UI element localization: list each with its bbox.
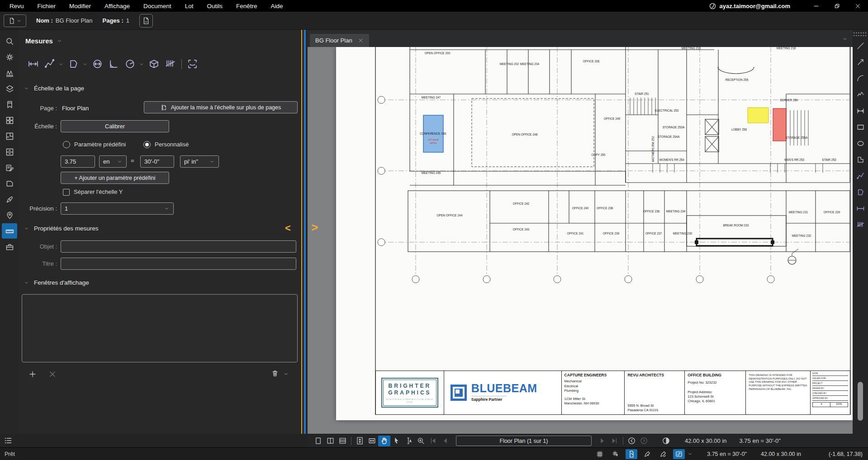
new-page-button[interactable] [139,14,153,28]
vertical-scrollbar-thumb[interactable] [858,382,863,421]
markup-tool-polygon[interactable] [854,154,866,165]
sidebar-tab-toolbox[interactable] [2,239,17,254]
scale-unit-2-select[interactable]: pi' in" [180,155,219,168]
apply-scale-pages-button[interactable]: Ajouter la mise à l'échelle sur plus de … [144,101,298,113]
custom-radio-label[interactable]: Personnalisé [155,141,189,148]
panel-splitter[interactable] [301,30,308,434]
page-navigation-field[interactable]: Floor Plan (1 sur 1) [456,436,592,446]
toolbar-drag-handle[interactable]: •••••••••••• [854,32,868,37]
restore-button[interactable] [826,0,847,12]
measure-tool-radius[interactable] [124,58,136,70]
document-tab[interactable]: BG Floor Plan [310,34,369,47]
separate-y-label[interactable]: Séparer l'échelle Y [74,188,123,195]
status-snap-hatch-button[interactable] [657,449,669,459]
menu-outils[interactable]: Outils [200,3,229,9]
fit-width-button[interactable] [366,436,378,446]
sidebar-tab-places[interactable] [2,207,17,223]
panel-title[interactable]: Mesures [25,37,62,45]
next-view-button[interactable] [638,436,650,446]
section-measurement-props[interactable]: Propriétés des mesures [24,225,99,232]
markup-tool-dimension[interactable] [854,105,866,117]
last-page-button[interactable] [608,436,621,446]
menu-revu[interactable]: Revu [3,3,31,9]
precision-select[interactable]: 1 [61,202,174,215]
markup-list-toggle-icon[interactable] [4,436,13,445]
markup-tool-measure-area[interactable] [854,186,866,198]
title-input[interactable] [61,258,296,270]
delete-button[interactable] [270,369,280,378]
measure-tool-angle[interactable] [108,58,120,70]
markup-tool-measure-length[interactable] [854,202,866,214]
sync-options-chevron[interactable] [687,451,693,457]
measure-tool-area[interactable] [67,58,80,70]
menu-document[interactable]: Document [137,3,178,9]
fit-page-button[interactable] [354,436,366,446]
scale-value-2-input[interactable]: 30'-0" [140,155,174,168]
measure-tool-diameter[interactable] [91,58,104,70]
scale-value-1-input[interactable]: 3.75 [61,155,95,168]
tab-list-chevron[interactable] [842,36,848,42]
sidebar-tab-settings[interactable] [2,49,17,65]
close-button[interactable] [847,0,868,12]
tab-close-icon[interactable] [358,38,364,43]
expand-panel-arrow[interactable]: > [311,221,318,233]
markup-tool-measure-polylength[interactable] [854,170,866,182]
contrast-button[interactable] [660,436,672,446]
sidebar-tab-bookmarks[interactable] [2,97,17,112]
status-snap-doc-button[interactable] [626,449,637,459]
calibrate-button[interactable]: Calibrer [61,120,169,132]
sidebar-tab-thumbnails[interactable] [2,65,17,80]
document-menu-button[interactable] [4,14,26,27]
add-viewport-button[interactable] [28,370,37,379]
split-horizontal-button[interactable] [337,436,349,446]
scale-unit-1-select[interactable]: en [99,155,127,168]
sidebar-tab-markup-summary[interactable] [2,160,17,175]
sidebar-tab-apps[interactable] [2,113,17,128]
menu-affichage[interactable]: Affichage [98,3,137,9]
status-grid-button[interactable] [594,449,606,459]
first-page-button[interactable] [427,436,439,446]
status-snap-grid-button[interactable] [610,449,621,459]
sidebar-tab-file-access[interactable] [2,144,17,160]
viewports-list[interactable] [22,294,298,362]
subject-input[interactable] [61,240,296,253]
single-page-view-button[interactable] [312,436,324,446]
collapse-panel-arrow[interactable]: < [285,223,291,233]
add-preset-button[interactable]: + Ajouter un paramètre prédéfini [61,172,169,184]
document-canvas[interactable]: 117 piedscarrés OPEN OFFICE 200MEETING 2… [308,47,853,434]
menu-modifier[interactable]: Modifier [62,3,98,9]
status-snap-markup-button[interactable] [641,449,653,459]
preset-radio[interactable] [63,141,70,148]
delete-options-chevron[interactable] [283,371,289,377]
section-page-scale[interactable]: Échelle de la page [24,85,84,92]
sidebar-tab-calibrate[interactable] [2,192,17,207]
separate-y-checkbox[interactable] [63,189,70,196]
menu-aide[interactable]: Aide [264,3,289,9]
select-tool-button[interactable] [390,436,403,446]
sidebar-tab-layers[interactable] [2,81,17,96]
measure-tool-viewport[interactable] [186,58,199,70]
markup-tool-arrow[interactable] [854,56,866,68]
chevron-down-icon[interactable] [58,61,64,67]
preset-radio-label[interactable]: Paramètre prédéfini [74,141,126,148]
menu-lot[interactable]: Lot [178,3,200,9]
pan-tool-button[interactable] [378,436,390,446]
sidebar-tab-spaces[interactable] [2,128,17,144]
split-vertical-button[interactable] [324,436,337,446]
markup-tool-arc[interactable] [854,72,866,84]
chevron-down-icon[interactable] [138,61,145,67]
status-sync-button[interactable] [673,449,685,459]
sidebar-tab-measure[interactable] [2,223,17,239]
section-viewports[interactable]: Fenêtres d'affichage [24,279,89,286]
markup-tool-line[interactable] [854,40,866,52]
markup-tool-polyline[interactable] [854,89,866,100]
sidebar-tab-properties[interactable] [2,176,17,191]
next-page-button[interactable] [596,436,608,446]
sidebar-tab-search[interactable] [2,33,17,49]
minimize-button[interactable] [806,0,826,12]
account-area[interactable]: ayaz.taimoor@gmail.com [709,2,790,10]
markup-tool-measure-count[interactable] [854,219,866,230]
select-text-button[interactable] [403,436,415,446]
previous-view-button[interactable] [626,436,638,446]
measure-tool-polylength[interactable] [43,58,56,70]
